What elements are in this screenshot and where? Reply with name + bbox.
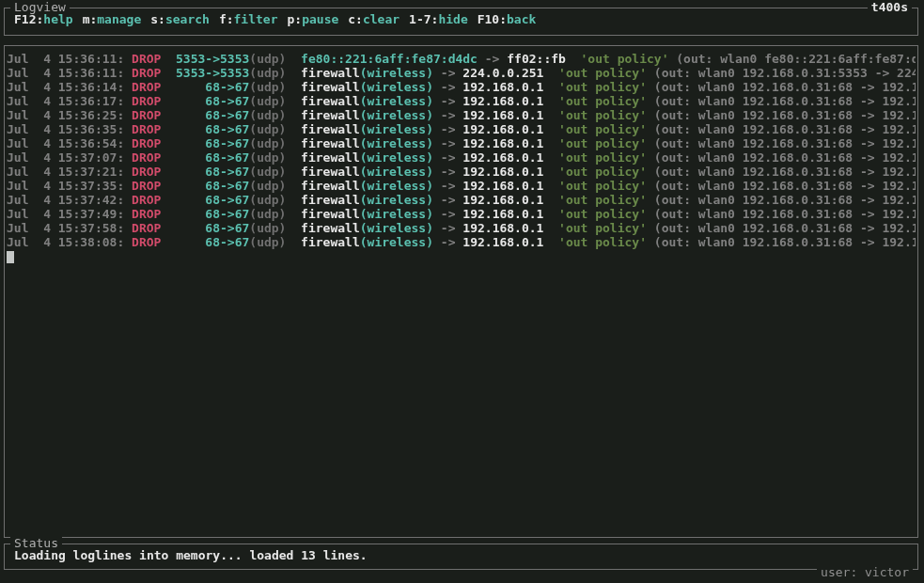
menu-key[interactable]: m: — [83, 12, 98, 26]
menu-action[interactable]: hide — [438, 12, 467, 26]
status-text: Loading loglines into memory... loaded 1… — [5, 544, 917, 562]
menu-key[interactable]: F10: — [478, 12, 507, 26]
log-line: Jul 4 15:36:17: DROP 68->67(udp) firewal… — [7, 94, 916, 108]
menubar: F12:help m:manage s:search f:filter p:pa… — [5, 8, 917, 26]
panel-title-status: Status — [10, 536, 62, 550]
log-line: Jul 4 15:37:49: DROP 68->67(udp) firewal… — [7, 207, 916, 221]
log-line: Jul 4 15:37:42: DROP 68->67(udp) firewal… — [7, 193, 916, 207]
menu-key[interactable]: s: — [150, 12, 165, 26]
log-line: Jul 4 15:37:58: DROP 68->67(udp) firewal… — [7, 221, 916, 235]
user-label: user: victor — [817, 565, 913, 579]
log-line: Jul 4 15:36:11: DROP 5353->5353(udp) fir… — [7, 66, 916, 80]
menu-action[interactable]: clear — [363, 12, 399, 26]
host-label: t400s — [868, 0, 912, 14]
menu-key[interactable]: c: — [348, 12, 363, 26]
menu-action[interactable]: manage — [97, 12, 141, 26]
log-line: Jul 4 15:36:11: DROP 5353->5353(udp) fe8… — [7, 52, 916, 66]
menu-action[interactable]: filter — [234, 12, 278, 26]
menubar-panel: Logview t400s F12:help m:manage s:search… — [4, 8, 918, 36]
log-line: Jul 4 15:36:35: DROP 68->67(udp) firewal… — [7, 122, 916, 136]
menu-action[interactable]: back — [507, 12, 536, 26]
cursor — [7, 251, 14, 263]
log-line: Jul 4 15:38:08: DROP 68->67(udp) firewal… — [7, 235, 916, 249]
panel-title-logview: Logview — [10, 0, 70, 14]
log-line: Jul 4 15:37:21: DROP 68->67(udp) firewal… — [7, 165, 916, 179]
menu-action[interactable]: pause — [302, 12, 338, 26]
log-line: Jul 4 15:36:54: DROP 68->67(udp) firewal… — [7, 136, 916, 150]
log-area[interactable]: Jul 4 15:36:11: DROP 5353->5353(udp) fe8… — [4, 45, 918, 538]
log-line: Jul 4 15:37:07: DROP 68->67(udp) firewal… — [7, 150, 916, 165]
menu-key[interactable]: p: — [288, 12, 303, 26]
menu-action[interactable]: search — [165, 12, 210, 26]
menu-action[interactable]: help — [43, 12, 72, 26]
status-panel: Status Loading loglines into memory... l… — [4, 544, 918, 570]
menu-key[interactable]: f: — [219, 12, 234, 26]
log-line: Jul 4 15:37:35: DROP 68->67(udp) firewal… — [7, 179, 916, 193]
menu-key[interactable]: 1-7: — [409, 12, 438, 26]
log-line: Jul 4 15:36:25: DROP 68->67(udp) firewal… — [7, 108, 916, 122]
menu-key[interactable]: F12: — [14, 12, 43, 26]
log-line: Jul 4 15:36:14: DROP 68->67(udp) firewal… — [7, 80, 916, 94]
